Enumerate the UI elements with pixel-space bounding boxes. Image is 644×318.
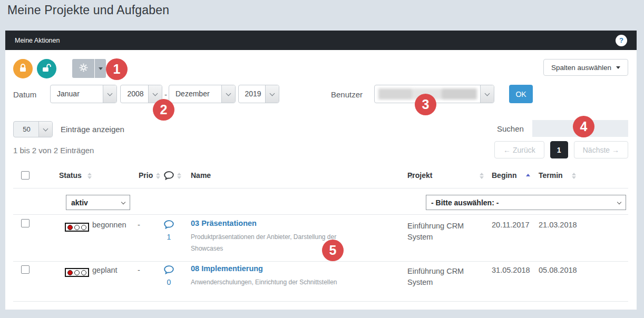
columns-select-label: Spalten auswählen	[551, 64, 611, 72]
termin-date: 21.03.2018	[539, 221, 577, 229]
sort-icon-prio[interactable]	[156, 173, 160, 179]
to-year-select[interactable]: 2019	[238, 85, 279, 103]
sort-icon-termin[interactable]	[572, 173, 576, 179]
comment-count[interactable]: 0	[164, 278, 174, 286]
chevron-down-icon	[485, 91, 490, 96]
from-year-select[interactable]: 2008	[120, 85, 162, 103]
entries-info-text: 1 bis 2 von 2 Einträgen	[13, 146, 94, 155]
select-toggle[interactable]	[221, 85, 235, 103]
annotation-badge-5: 5	[322, 240, 344, 261]
panel-header: Meine Aktionen ?	[5, 31, 637, 50]
column-header-beginn[interactable]: Beginn	[492, 171, 516, 180]
status-dot	[74, 270, 80, 275]
sort-icon-status[interactable]	[87, 173, 92, 179]
task-cell: 08 Implementierung Anwenderschulungen, E…	[191, 264, 367, 288]
caret-down-icon	[616, 66, 620, 69]
status-dot	[81, 225, 86, 230]
status-dot	[74, 225, 80, 230]
row-checkbox[interactable]	[21, 219, 30, 227]
previous-page-button[interactable]: ← Zurück	[494, 141, 544, 158]
sort-icon-comments[interactable]	[177, 173, 181, 179]
chevron-down-icon	[121, 200, 125, 204]
divider	[13, 188, 628, 188]
column-header-projekt[interactable]: Projekt	[407, 171, 432, 180]
select-toggle[interactable]	[265, 85, 279, 103]
status-dot	[81, 270, 86, 275]
select-all-checkbox[interactable]	[21, 171, 30, 180]
page-title: Meine Projekte und Aufgaben	[7, 3, 169, 17]
meine-aktionen-panel: Meine Aktionen ? Spalten aus	[5, 31, 637, 310]
annotation-badge-1: 1	[106, 58, 128, 80]
status-text: begonnen	[92, 221, 126, 229]
status-traffic-light	[65, 268, 89, 277]
comments-icon[interactable]	[164, 220, 174, 231]
help-button[interactable]: ?	[616, 35, 627, 46]
chevron-down-icon	[226, 91, 231, 96]
status-traffic-light	[65, 223, 89, 232]
annotation-badge-3: 3	[415, 94, 436, 115]
status-text: geplant	[92, 266, 118, 274]
panel-body: Spalten auswählen Datum Januar 2008 - De…	[5, 50, 637, 310]
to-month-select[interactable]: Dezember	[169, 85, 236, 103]
settings-button-group	[72, 59, 106, 78]
pagination: ← Zurück 1 Nächste →	[494, 141, 628, 158]
sort-icon-beginn-active[interactable]	[526, 174, 530, 176]
column-header-prio[interactable]: Prio	[139, 171, 153, 180]
task-name-link[interactable]: 03 Präsentationen	[191, 219, 257, 227]
projekt-value: Einführung CRM System	[407, 221, 470, 243]
prio-value: -	[138, 266, 140, 274]
column-header-name[interactable]: Name	[191, 171, 211, 180]
panel-title: Meine Aktionen	[15, 37, 60, 44]
divider	[13, 214, 628, 215]
column-header-termin[interactable]: Termin	[539, 171, 563, 180]
page-size-select[interactable]: 50	[13, 121, 53, 137]
beginn-date: 31.05.2018	[492, 266, 530, 274]
beginn-date: 20.11.2017	[492, 221, 530, 229]
select-toggle[interactable]	[103, 85, 116, 103]
settings-dropdown-button[interactable]	[94, 59, 106, 78]
projekt-value: Einführung CRM System	[407, 266, 470, 288]
row-checkbox[interactable]	[21, 265, 30, 274]
annotation-badge-2: 2	[153, 99, 174, 121]
annotation-badge-4: 4	[573, 116, 594, 137]
lock-closed-button[interactable]	[13, 59, 33, 78]
chevron-down-icon	[153, 91, 158, 96]
next-page-button[interactable]: Nächste →	[574, 141, 628, 158]
columns-select-button[interactable]: Spalten auswählen	[543, 59, 628, 76]
chevron-down-icon	[270, 91, 275, 96]
settings-gear-button[interactable]	[72, 59, 94, 78]
status-filter-value: aktiv	[71, 198, 88, 207]
lock-open-icon	[42, 63, 52, 74]
divider	[13, 301, 628, 302]
ok-button[interactable]: OK	[509, 85, 533, 103]
page-size-suffix-label: Einträge anzeigen	[61, 125, 124, 134]
sort-icon-projekt[interactable]	[480, 173, 484, 179]
task-description: Anwenderschulungen, Einrichtung der Schn…	[191, 276, 367, 288]
select-toggle[interactable]	[38, 122, 52, 137]
lock-open-button[interactable]	[37, 59, 56, 78]
search-label: Suchen	[497, 124, 524, 133]
prio-value: -	[138, 221, 140, 229]
projekt-filter-value: - Bitte auswählen: -	[431, 198, 499, 207]
status-dot-red	[67, 225, 73, 230]
current-page-button[interactable]: 1	[550, 141, 568, 158]
comments-column-icon[interactable]	[164, 171, 174, 182]
caret-down-icon	[99, 67, 103, 70]
chevron-down-icon	[617, 200, 621, 204]
termin-date: 05.08.2018	[539, 266, 577, 274]
column-header-status[interactable]: Status	[59, 171, 82, 180]
task-name-link[interactable]: 08 Implementierung	[191, 264, 263, 273]
user-label: Benutzer	[331, 90, 363, 99]
date-label: Datum	[13, 90, 36, 99]
projekt-filter-select[interactable]: - Bitte auswählen: -	[426, 195, 626, 210]
status-filter-select[interactable]: aktiv	[66, 195, 130, 210]
gear-icon	[79, 63, 88, 74]
from-month-select[interactable]: Januar	[50, 85, 117, 103]
chevron-down-icon	[108, 91, 113, 96]
comment-count[interactable]: 1	[164, 233, 174, 241]
chevron-down-icon	[43, 126, 48, 131]
select-toggle[interactable]	[480, 85, 494, 103]
comments-icon[interactable]	[164, 265, 174, 276]
divider	[13, 261, 628, 262]
date-range-separator: -	[164, 90, 167, 99]
